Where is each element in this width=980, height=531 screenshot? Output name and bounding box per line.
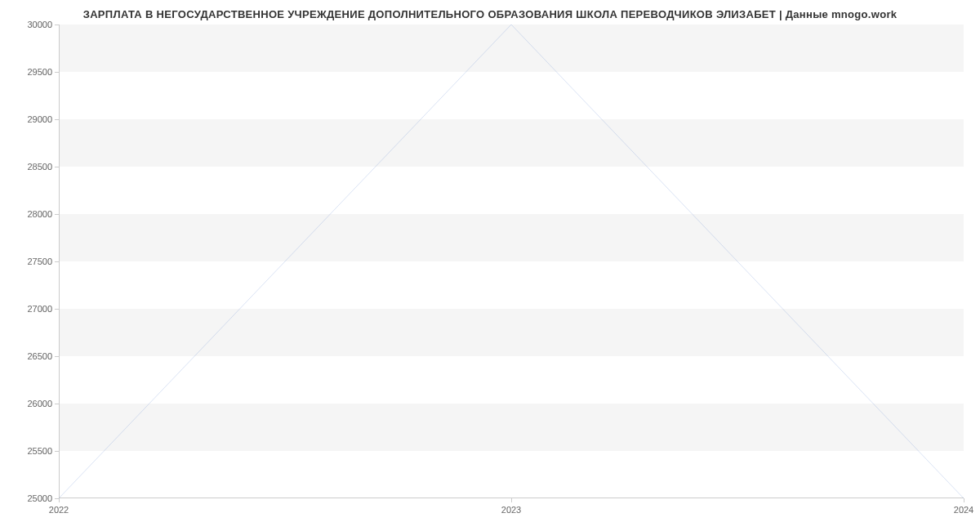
x-tick-mark	[511, 498, 512, 502]
y-tick-label: 27000	[27, 304, 52, 314]
y-tick-label: 26500	[27, 351, 52, 361]
chart-line	[59, 25, 964, 498]
chart-line-svg	[59, 25, 964, 498]
y-tick-label: 30000	[27, 20, 52, 29]
y-tick-label: 29500	[27, 67, 52, 77]
y-tick-label: 25000	[27, 493, 52, 503]
plot-area: 25000 25500 26000 26500 27000 27500 2800…	[59, 25, 964, 498]
y-tick-label: 25500	[27, 446, 52, 456]
y-tick-label: 28000	[27, 209, 52, 219]
y-tick-label: 27500	[27, 257, 52, 266]
x-tick-label: 2023	[501, 505, 521, 515]
x-tick-label: 2022	[49, 505, 69, 515]
x-tick-mark	[59, 498, 60, 502]
y-tick-label: 26000	[27, 399, 52, 408]
x-tick-label: 2024	[954, 505, 973, 515]
chart-title: ЗАРПЛАТА В НЕГОСУДАРСТВЕННОЕ УЧРЕЖДЕНИЕ …	[0, 0, 980, 20]
chart-container: ЗАРПЛАТА В НЕГОСУДАРСТВЕННОЕ УЧРЕЖДЕНИЕ …	[0, 0, 980, 531]
y-tick-label: 29000	[27, 114, 52, 124]
y-tick-label: 28500	[27, 162, 52, 172]
x-tick-mark	[964, 498, 964, 502]
